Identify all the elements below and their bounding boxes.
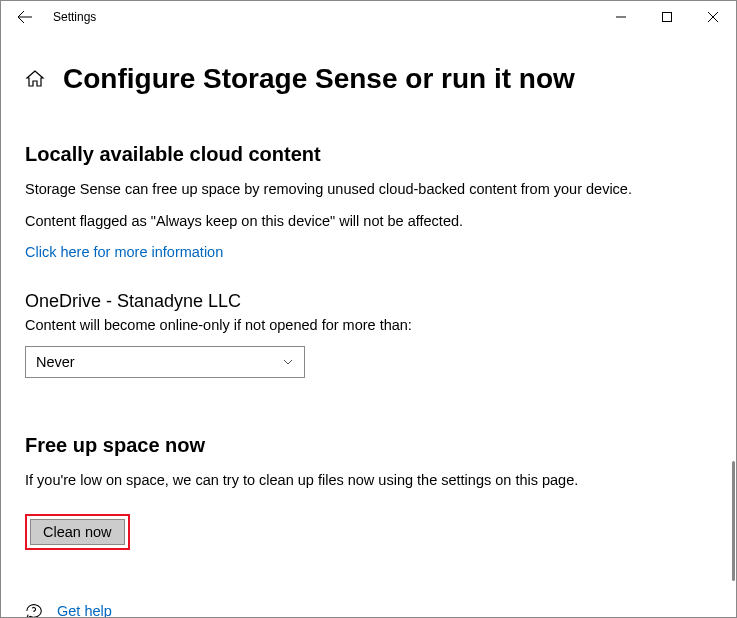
page-header: Configure Storage Sense or run it now bbox=[25, 63, 712, 95]
back-arrow-icon bbox=[17, 9, 33, 25]
clean-now-button[interactable]: Clean now bbox=[30, 519, 125, 545]
maximize-button[interactable] bbox=[644, 1, 690, 33]
cloud-description-1: Storage Sense can free up space by remov… bbox=[25, 180, 712, 200]
maximize-icon bbox=[662, 12, 672, 22]
close-button[interactable] bbox=[690, 1, 736, 33]
minimize-button[interactable] bbox=[598, 1, 644, 33]
help-icon bbox=[25, 602, 43, 618]
get-help-row[interactable]: Get help bbox=[25, 602, 712, 618]
content-area: Configure Storage Sense or run it now Lo… bbox=[1, 33, 736, 618]
back-button[interactable] bbox=[9, 1, 41, 33]
page-title: Configure Storage Sense or run it now bbox=[63, 63, 575, 95]
scrollbar-thumb[interactable] bbox=[732, 461, 735, 581]
chevron-down-icon bbox=[282, 356, 294, 368]
more-info-link[interactable]: Click here for more information bbox=[25, 244, 223, 260]
cloud-description-2: Content flagged as "Always keep on this … bbox=[25, 212, 712, 232]
titlebar: Settings bbox=[1, 1, 736, 33]
dropdown-selected-value: Never bbox=[36, 354, 75, 370]
onedrive-account-name: OneDrive - Stanadyne LLC bbox=[25, 291, 712, 312]
clean-now-highlight: Clean now bbox=[25, 514, 130, 550]
free-up-heading: Free up space now bbox=[25, 434, 712, 457]
close-icon bbox=[708, 12, 718, 22]
cloud-section-heading: Locally available cloud content bbox=[25, 143, 712, 166]
free-up-section: Free up space now If you're low on space… bbox=[25, 434, 712, 551]
free-up-description: If you're low on space, we can try to cl… bbox=[25, 471, 712, 491]
window-title: Settings bbox=[53, 10, 96, 24]
get-help-link[interactable]: Get help bbox=[57, 603, 112, 618]
threshold-dropdown[interactable]: Never bbox=[25, 346, 305, 378]
window-controls bbox=[598, 1, 736, 33]
threshold-label: Content will become online-only if not o… bbox=[25, 316, 712, 336]
home-icon[interactable] bbox=[25, 69, 45, 89]
svg-rect-0 bbox=[663, 13, 672, 22]
minimize-icon bbox=[616, 12, 626, 22]
